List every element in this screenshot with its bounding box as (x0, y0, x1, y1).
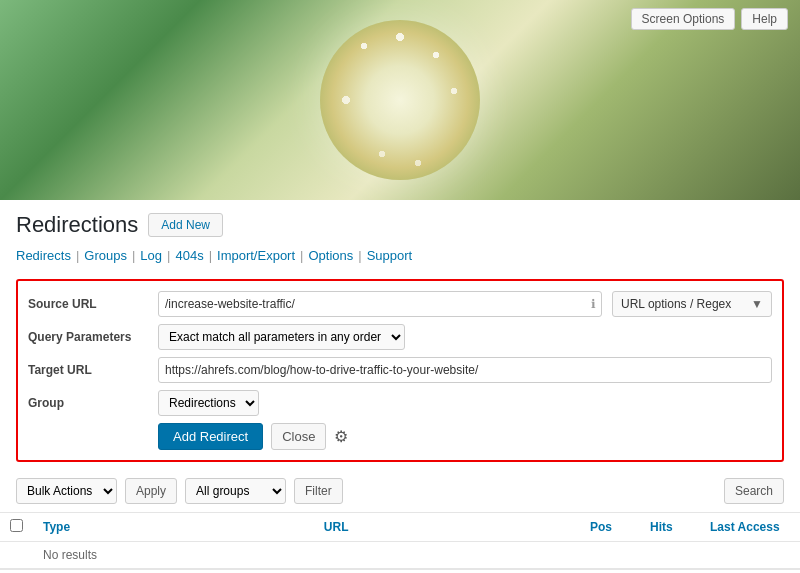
bulk-actions-select[interactable]: Bulk Actions Delete (16, 478, 117, 504)
type-header-label[interactable]: Type (43, 520, 70, 534)
select-all-checkbox[interactable] (10, 519, 23, 532)
regex-selector[interactable]: URL options / Regex ▼ (612, 291, 772, 317)
table-toolbar-left: Bulk Actions Delete Apply All groups Red… (16, 478, 343, 504)
col-url-footer: URL (314, 569, 580, 573)
no-results-row: No results (0, 542, 800, 570)
col-pos-footer: Pos (580, 569, 640, 573)
add-redirect-button[interactable]: Add Redirect (158, 423, 263, 450)
query-params-label: Query Parameters (28, 330, 148, 344)
main-content: Redirections Add New Redirects | Groups … (0, 200, 800, 573)
col-check-footer (0, 569, 33, 573)
source-url-label: Source URL (28, 297, 148, 311)
group-select[interactable]: Redirections (158, 390, 259, 416)
group-filter-select[interactable]: All groups Redirections (185, 478, 286, 504)
hits-header-label[interactable]: Hits (650, 520, 673, 534)
no-results-text: No results (33, 542, 800, 570)
group-label: Group (28, 396, 148, 410)
help-button[interactable]: Help (741, 8, 788, 30)
query-params-select[interactable]: Exact match all parameters in any order (158, 324, 405, 350)
query-params-select-wrapper: Exact match all parameters in any order (158, 324, 405, 350)
gear-icon[interactable]: ⚙ (334, 427, 348, 446)
target-url-input[interactable] (158, 357, 772, 383)
nav-sep-3: | (167, 248, 170, 263)
close-button[interactable]: Close (271, 423, 326, 450)
col-access-header: Last Access (700, 513, 800, 542)
tab-options[interactable]: Options (308, 248, 353, 263)
redirect-form: Source URL ℹ URL options / Regex ▼ Query… (16, 279, 784, 462)
url-header-label[interactable]: URL (324, 520, 349, 534)
col-type-header: Type (33, 513, 314, 542)
tab-groups[interactable]: Groups (84, 248, 127, 263)
last-access-header-label[interactable]: Last Access (710, 520, 780, 534)
tab-log[interactable]: Log (140, 248, 162, 263)
col-access-footer: Last Access (700, 569, 800, 573)
source-url-input[interactable] (158, 291, 602, 317)
tab-support[interactable]: Support (367, 248, 413, 263)
chevron-down-icon: ▼ (751, 297, 763, 311)
query-params-row: Query Parameters Exact match all paramet… (28, 324, 772, 350)
table-footer-row: Type URL Pos Hits Last Access (0, 569, 800, 573)
hero-image: Screen Options Help (0, 0, 800, 200)
nav-tabs: Redirects | Groups | Log | 404s | Import… (0, 244, 800, 271)
search-button[interactable]: Search (724, 478, 784, 504)
table-toolbar: Bulk Actions Delete Apply All groups Red… (0, 470, 800, 512)
regex-selector-label: URL options / Regex (621, 297, 731, 311)
filter-button[interactable]: Filter (294, 478, 343, 504)
apply-button[interactable]: Apply (125, 478, 177, 504)
info-icon: ℹ (591, 297, 596, 311)
col-type-footer: Type (33, 569, 314, 573)
source-url-row: Source URL ℹ URL options / Regex ▼ (28, 291, 772, 317)
page-header: Redirections Add New (0, 200, 800, 244)
tab-import-export[interactable]: Import/Export (217, 248, 295, 263)
tab-redirects[interactable]: Redirects (16, 248, 71, 263)
page-title: Redirections (16, 212, 138, 238)
form-actions: Add Redirect Close ⚙ (28, 423, 772, 450)
nav-sep-2: | (132, 248, 135, 263)
admin-bar: Screen Options Help (623, 4, 796, 34)
table-header-row: Type URL Pos Hits Last Access (0, 513, 800, 542)
nav-sep-1: | (76, 248, 79, 263)
add-new-button[interactable]: Add New (148, 213, 223, 237)
tab-404s[interactable]: 404s (175, 248, 203, 263)
target-url-label: Target URL (28, 363, 148, 377)
group-select-wrapper: Redirections (158, 390, 259, 416)
redirects-table: Type URL Pos Hits Last Access No resul (0, 512, 800, 573)
nav-sep-6: | (358, 248, 361, 263)
screen-options-button[interactable]: Screen Options (631, 8, 736, 30)
pos-header-label[interactable]: Pos (590, 520, 612, 534)
col-hits-footer: Hits (640, 569, 700, 573)
nav-sep-5: | (300, 248, 303, 263)
col-hits-header: Hits (640, 513, 700, 542)
col-pos-header: Pos (580, 513, 640, 542)
target-url-row: Target URL (28, 357, 772, 383)
group-row: Group Redirections (28, 390, 772, 416)
nav-sep-4: | (209, 248, 212, 263)
col-url-header: URL (314, 513, 580, 542)
col-check-header (0, 513, 33, 542)
source-url-field-wrapper: ℹ (158, 291, 602, 317)
